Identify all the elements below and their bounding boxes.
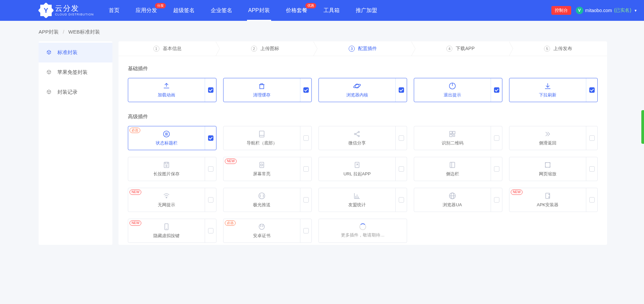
checkbox[interactable]: [589, 197, 595, 203]
checkbox[interactable]: [399, 87, 404, 93]
plugin-checkbox-wrap[interactable]: [205, 219, 216, 243]
plugin-label: APK安装器: [537, 202, 558, 208]
adv-plugin-3[interactable]: 识别二维码: [414, 126, 502, 150]
basic-plugin-0[interactable]: 加载动画: [128, 78, 216, 102]
adv-plugin-1[interactable]: 导航栏（底部）: [223, 126, 312, 150]
plugin-checkbox-wrap[interactable]: [300, 188, 311, 212]
adv-plugin-4[interactable]: 侧滑返回: [509, 126, 598, 150]
svg-point-21: [354, 133, 356, 135]
checkbox[interactable]: [589, 135, 595, 141]
advanced-plugins-title: 高级插件: [128, 114, 598, 120]
checkbox[interactable]: [303, 166, 309, 172]
plugin-checkbox-wrap[interactable]: [586, 157, 597, 181]
plugin-checkbox-wrap[interactable]: [395, 157, 407, 181]
checkbox[interactable]: [399, 197, 404, 203]
plugin-checkbox-wrap[interactable]: [491, 78, 502, 102]
checkbox[interactable]: [589, 166, 595, 172]
adv-plugin-12[interactable]: 友盟统计: [318, 188, 407, 212]
step-5[interactable]: 5上传发布: [509, 41, 607, 56]
step-4[interactable]: 4下载APP: [412, 41, 509, 56]
adv-plugin-6[interactable]: NEW屏幕常亮: [223, 157, 312, 181]
svg-rect-19: [259, 131, 264, 137]
plugin-checkbox-wrap[interactable]: [395, 188, 407, 212]
checkbox[interactable]: [303, 87, 309, 93]
adv-plugin-7[interactable]: URL 拉起APP: [318, 157, 407, 181]
plugin-checkbox-wrap[interactable]: [586, 78, 597, 102]
nav-item-4[interactable]: APP封装: [247, 0, 271, 21]
plugin-label: 侧滑返回: [539, 140, 556, 146]
chevron-down-icon: ▼: [634, 9, 637, 12]
nav-item-2[interactable]: 超级签名: [172, 0, 196, 21]
checkbox[interactable]: [399, 166, 404, 172]
adv-plugin-5[interactable]: 长按图片保存: [128, 157, 216, 181]
sidebar-item-2[interactable]: 封装记录: [39, 82, 112, 102]
checkbox[interactable]: [399, 135, 404, 141]
checkbox[interactable]: [303, 197, 309, 203]
basic-plugin-1[interactable]: 清理缓存: [223, 78, 312, 102]
plugin-checkbox-wrap[interactable]: [491, 126, 502, 150]
sidebar-item-0[interactable]: 标准封装: [39, 43, 112, 62]
adv-plugin-0[interactable]: 必选状态标题栏: [128, 126, 216, 150]
nav-item-0[interactable]: 首页: [107, 0, 121, 21]
user-menu[interactable]: V mitaobo.com (已实名) ▼: [576, 7, 637, 14]
more-plugins-loading: 更多插件，敬请期待…: [318, 219, 407, 243]
sidebar-item-1[interactable]: 苹果免签封装: [39, 62, 112, 82]
checkbox[interactable]: [303, 135, 309, 141]
svg-point-32: [166, 165, 167, 167]
checkbox[interactable]: [208, 197, 213, 203]
checkbox[interactable]: [494, 166, 499, 172]
plugin-checkbox-wrap[interactable]: [205, 78, 216, 102]
adv-plugin-16[interactable]: 必选安卓证书: [223, 219, 312, 243]
plugin-checkbox-wrap[interactable]: [205, 188, 216, 212]
nav-item-7[interactable]: 推广加盟: [354, 0, 379, 21]
adv-plugin-13[interactable]: 浏览器UA: [414, 188, 502, 212]
checkbox[interactable]: [494, 197, 499, 203]
breadcrumb-root[interactable]: APP封装: [39, 29, 59, 35]
checkbox[interactable]: [303, 228, 309, 233]
adv-plugin-14[interactable]: NEWAPK安装器: [509, 188, 598, 212]
breadcrumb: APP封装 / WEB标准封装: [0, 21, 644, 41]
adv-plugin-15[interactable]: NEW隐藏虚拟按键: [128, 219, 216, 243]
adv-plugin-11[interactable]: 极光推送: [223, 188, 312, 212]
plugin-checkbox-wrap[interactable]: [491, 188, 502, 212]
adv-plugin-2[interactable]: 微信分享: [318, 126, 407, 150]
sidebar-item-label: 标准封装: [57, 49, 78, 56]
nav-item-5[interactable]: 价格套餐优惠: [285, 0, 309, 21]
plugin-label: 隐藏虚拟按键: [153, 233, 180, 239]
checkbox[interactable]: [208, 135, 213, 141]
basic-plugin-4[interactable]: 下拉刷新: [509, 78, 598, 102]
console-button[interactable]: 控制台: [551, 6, 571, 15]
plugin-checkbox-wrap[interactable]: [395, 126, 407, 150]
checkbox[interactable]: [589, 87, 595, 93]
plugin-checkbox-wrap[interactable]: [300, 219, 311, 243]
checkbox[interactable]: [494, 87, 499, 93]
adv-plugin-10[interactable]: NEW无网提示: [128, 188, 216, 212]
checkbox[interactable]: [208, 166, 213, 172]
checkbox[interactable]: [208, 228, 213, 233]
plugin-checkbox-wrap[interactable]: [300, 126, 311, 150]
logo[interactable]: Y 云分发 CLOUD DISTRIBUTION: [40, 5, 94, 16]
nav-item-6[interactable]: 工具箱: [322, 0, 341, 21]
adv-plugin-8[interactable]: 侧边栏: [414, 157, 502, 181]
plugin-checkbox-wrap[interactable]: [586, 188, 597, 212]
plugin-checkbox-wrap[interactable]: [300, 157, 311, 181]
step-1[interactable]: 1基本信息: [118, 41, 216, 56]
plugin-checkbox-wrap[interactable]: [491, 157, 502, 181]
adv-plugin-9[interactable]: 网页缩放: [509, 157, 598, 181]
plugin-checkbox-wrap[interactable]: [586, 126, 597, 150]
sidebar: 标准封装苹果免签封装封装记录: [39, 41, 112, 245]
plugin-checkbox-wrap[interactable]: [205, 126, 216, 150]
nav-item-3[interactable]: 企业签名: [209, 0, 234, 21]
plugin-label: 浏览器内核: [346, 92, 368, 98]
checkbox[interactable]: [494, 135, 499, 141]
nav-item-1[interactable]: 应用分发分发: [134, 0, 158, 21]
basic-plugin-2[interactable]: 浏览器内核: [318, 78, 407, 102]
step-3[interactable]: 3配置插件: [314, 41, 411, 56]
plugin-checkbox-wrap[interactable]: [205, 157, 216, 181]
checkbox[interactable]: [208, 87, 213, 93]
basic-plugin-3[interactable]: 退出提示: [414, 78, 502, 102]
globe-icon: [448, 192, 456, 200]
plugin-checkbox-wrap[interactable]: [395, 78, 407, 102]
step-2[interactable]: 2上传图标: [216, 41, 314, 56]
plugin-checkbox-wrap[interactable]: [300, 78, 311, 102]
